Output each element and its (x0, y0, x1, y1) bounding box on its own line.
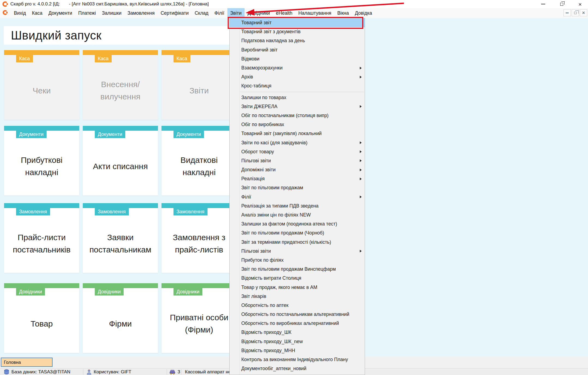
popup-menu-item-6[interactable]: Взаєморозрахунки (230, 63, 365, 72)
popup-menu-item-35[interactable]: Відомість приходу_ШК (230, 328, 365, 337)
menubar-item-15[interactable]: Довідка (352, 8, 375, 18)
tile-label: Заявки постачальникам (83, 208, 158, 273)
popup-menu-item-label: Товарний звіт з документів (241, 29, 301, 35)
popup-menu-item-4[interactable]: Виробничий звіт (230, 45, 365, 54)
menubar-item-10[interactable]: Звіти (227, 8, 245, 18)
tile-8[interactable]: ЗамовленняЗаявки постачальникам (83, 203, 158, 273)
popup-menu-item-17[interactable]: Допоміжні звіти (230, 165, 365, 174)
popup-menu-item-label: Пільгові звіти (241, 248, 271, 254)
close-icon: × (578, 1, 582, 7)
tile-5[interactable]: ДокументиАкти списання (83, 126, 158, 196)
popup-menu-item-1[interactable]: Товарний звіт (230, 18, 365, 27)
menubar-item-5[interactable]: Залишки (99, 8, 124, 18)
popup-menu-item-25[interactable]: Звіт за термінами придатності (кількість… (230, 238, 365, 247)
restore-button[interactable] (559, 1, 565, 7)
tile-6[interactable]: ДокументиВидаткові накладні (162, 126, 237, 196)
tab-golovna[interactable]: Головна (1, 358, 53, 367)
tile-11[interactable]: ДовідникиФірми (83, 283, 158, 353)
popup-menu-item-8[interactable]: Крос-таблиця (230, 81, 365, 90)
status-section-3: 3 (169, 368, 180, 375)
minimize-button[interactable] (540, 1, 546, 7)
popup-menu-item-label: Документообіг_аптеки_новий (241, 366, 306, 371)
app-logo-icon (2, 1, 8, 7)
tile-category-badge: Замовлення (173, 208, 208, 215)
menubar-item-1[interactable]: Вихід (11, 8, 29, 18)
mdi-minimize-button[interactable] (563, 9, 571, 16)
popup-menu-item-7[interactable]: Архів (230, 72, 365, 81)
menubar-item-14[interactable]: Вікна (334, 8, 352, 18)
tile-category-bar (4, 283, 79, 288)
menubar-item-13[interactable]: Налаштування (295, 8, 334, 18)
popup-menu-item-27[interactable]: Прибуток по філіях (230, 256, 365, 265)
popup-menu-item-32[interactable]: Оборотність по аптек (230, 301, 365, 310)
menubar-item-7[interactable]: Сертифікати (158, 8, 192, 18)
popup-menu-item-15[interactable]: Оборот товару (230, 147, 365, 156)
popup-menu-item-31[interactable]: Звіт лікарів (230, 292, 365, 301)
tile-category-badge: Замовлення (95, 208, 129, 215)
popup-menu-item-label: Оборотність по аптек (241, 303, 288, 308)
tile-2[interactable]: КасаВнесення/вилучення (83, 50, 158, 120)
popup-menu-item-13[interactable]: Товарний звіт (закупівля) локальний (230, 129, 365, 138)
popup-menu-item-label: Залишки за фактом (поодинока атека тест) (241, 221, 337, 227)
tile-9[interactable]: ЗамовленняЗамовлення з прайс-листів (162, 203, 237, 273)
popup-menu-item-19[interactable]: Звіт по пільговим продажам (230, 183, 365, 192)
close-button[interactable]: × (577, 1, 583, 7)
menubar-item-8[interactable]: Склад (192, 8, 212, 18)
popup-menu-item-label: Відомість приходу_ШК (241, 330, 291, 335)
popup-menu-item-36[interactable]: Відомість приходу_ШК_new (230, 337, 365, 346)
tile-7[interactable]: ЗамовленняПрайс-листи постачальників (4, 203, 79, 273)
menubar-item-3[interactable]: Документи (45, 8, 75, 18)
tile-4[interactable]: ДокументиПрибуткові накладні (4, 126, 79, 196)
mdi-restore-button[interactable] (572, 9, 579, 16)
popup-menu-item-26[interactable]: Пільгові звіти (230, 247, 365, 256)
popup-menu-item-14[interactable]: Звіти по касі (для завідувачів) (230, 138, 365, 147)
tile-10[interactable]: ДовідникиТовар (4, 283, 79, 353)
menubar-item-11[interactable]: Довідники (245, 8, 273, 18)
tile-1[interactable]: КасаЧеки (4, 50, 79, 120)
popup-menu-item-18[interactable]: Реалізація (230, 174, 365, 183)
popup-menu-item-33[interactable]: Оборотність по постачальникам альтернати… (230, 310, 365, 319)
tile-12[interactable]: ДовідникиПриватні особи (Фірми) (162, 283, 237, 353)
menubar-item-12[interactable]: eHealth (273, 8, 295, 18)
popup-menu-item-28[interactable]: Звіт по пільговим продажам Винспецфарм (230, 265, 365, 274)
popup-menu-item-30[interactable]: Товар у продаж, якого немає в АМ (230, 283, 365, 292)
popup-menu-item-40[interactable]: Реєстр переоцінок по аптеках (230, 373, 365, 375)
tile-category-badge: Довідники (95, 288, 124, 295)
tile-category-bar (4, 50, 79, 55)
popup-menu-item-37[interactable]: Відомість приходу_МНН (230, 346, 365, 355)
popup-menu-item-9[interactable]: Залишки по товарах (230, 93, 365, 102)
tile-category-bar (162, 126, 237, 131)
mdi-window-controls: × (563, 9, 587, 16)
title-bar: Скарб pro v. 4.0.0.2 [ІД: - [Апт №003 см… (0, 0, 588, 8)
window-controls: × (540, 0, 583, 8)
popup-menu-item-2[interactable]: Товарний звіт з документів (230, 27, 365, 36)
mdi-close-button[interactable]: × (580, 9, 587, 16)
menubar-item-4[interactable]: Платежі (75, 8, 99, 18)
popup-menu-item-21[interactable]: Реалізація за типами ПДВ зведена (230, 202, 365, 211)
tile-3[interactable]: КасаЗвіти (162, 50, 237, 120)
popup-menu-item-39[interactable]: Документообіг_аптеки_новий (230, 364, 365, 373)
minimize-icon (566, 13, 569, 13)
popup-menu-item-23[interactable]: Залишки за фактом (поодинока атека тест) (230, 219, 365, 228)
popup-menu-item-label: Обіг по постачальникам (столиця випр) (241, 113, 328, 118)
popup-menu-item-11[interactable]: Обіг по постачальникам (столиця випр) (230, 111, 365, 120)
menubar-item-2[interactable]: Каса (29, 8, 45, 18)
popup-menu-item-34[interactable]: Оборотність по виробниках альтернативний (230, 319, 365, 328)
submenu-arrow-icon (360, 67, 362, 69)
popup-menu-item-29[interactable]: Відомість витрати Столиця (230, 274, 365, 283)
tile-category-bar (162, 203, 237, 208)
page-title: Швидкий запуск (11, 29, 102, 42)
popup-menu-item-3[interactable]: Податкова накладна за день (230, 36, 365, 45)
popup-menu-item-12[interactable]: Обіг по виробниках (230, 120, 365, 129)
popup-menu-item-20[interactable]: Філії (230, 193, 365, 202)
popup-menu-item-38[interactable]: Контроль за виконанням Індивідуального П… (230, 355, 365, 364)
popup-menu-item-10[interactable]: Звіти ДЖЕРЕЛА (230, 102, 365, 111)
popup-menu-item-5[interactable]: Відмови (230, 54, 365, 63)
popup-menu-item-22[interactable]: Аналіз зміни цін по філіях NEW (230, 211, 365, 219)
menubar-item-9[interactable]: Філії (211, 8, 227, 18)
popup-menu-item-24[interactable]: Звіт по пільговим продажам (Чорноб) (230, 228, 365, 237)
popup-menu-item-16[interactable]: Пільгові звіти (230, 156, 365, 165)
tile-category-bar (83, 50, 158, 55)
tile-category-badge: Довідники (173, 288, 202, 295)
menubar-item-6[interactable]: Замовлення (124, 8, 158, 18)
